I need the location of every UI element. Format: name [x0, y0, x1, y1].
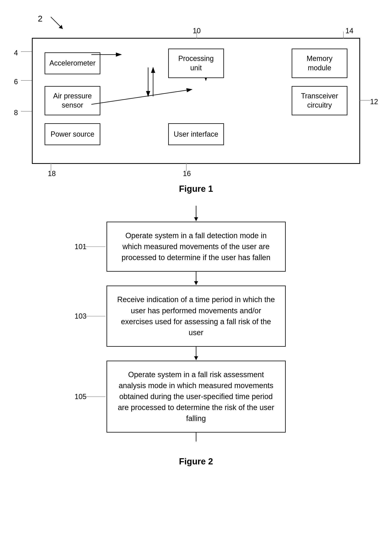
svg-marker-25 [194, 356, 198, 360]
air-pressure-sensor-box: Air pressure sensor [45, 86, 100, 115]
ref-8-line [21, 111, 33, 112]
figure1-caption: Figure 1 [16, 184, 376, 194]
user-interface-box: User interface [168, 123, 224, 145]
ref-18-label: 18 [48, 170, 56, 178]
svg-marker-22 [194, 281, 198, 285]
page: 2 4 6 8 [0, 0, 392, 478]
figure1-section: 2 4 6 8 [16, 12, 376, 194]
fig2-box-103-wrap: 103 Receive indication of a time period … [106, 286, 286, 346]
ref-101-line [83, 246, 106, 247]
ref-14-line [339, 32, 349, 40]
ref-4-line [21, 51, 33, 52]
fig2-box-105-wrap: 105 Operate system in a fall risk assess… [106, 361, 286, 433]
ref-18-line [51, 163, 51, 172]
memory-module-box: Memory module [292, 49, 347, 78]
processing-unit-box: Processing unit [168, 49, 224, 78]
accelerometer-box: Accelerometer [45, 52, 100, 74]
ref-16-line [186, 163, 187, 172]
fig2-arrow-1 [191, 272, 201, 286]
ref-105-line [83, 396, 106, 397]
fig2-box-101-wrap: 101 Operate system in a fall detection m… [106, 222, 286, 272]
ref-12-line [359, 100, 371, 101]
ref-6-line [21, 80, 33, 81]
ref-16-label: 16 [183, 170, 191, 178]
svg-marker-19 [194, 217, 198, 221]
ref-8-label: 8 [14, 108, 18, 117]
ref-6-label: 6 [14, 78, 18, 86]
fig2-box-101: Operate system in a fall detection mode … [106, 222, 286, 272]
ref-4-label: 4 [14, 49, 18, 57]
fig2-container: 101 Operate system in a fall detection m… [16, 206, 376, 446]
power-source-box: Power source [45, 123, 100, 145]
fig2-top-arrow [191, 206, 201, 222]
ref-10-line [193, 32, 203, 40]
ref-2-label: 2 [38, 14, 42, 24]
ref-2-arrow [47, 13, 67, 33]
fig2-arrow-2 [191, 347, 201, 361]
ref-103-line [83, 316, 106, 316]
transceiver-circuitry-box: Transceiver circuitry [292, 86, 347, 115]
figure2-caption: Figure 2 [16, 456, 376, 466]
figure2-section: 101 Operate system in a fall detection m… [16, 206, 376, 466]
fig2-bottom-line [191, 433, 201, 442]
ref-12-label: 12 [370, 98, 378, 106]
fig2-box-105: Operate system in a fall risk assessment… [106, 361, 286, 433]
fig2-box-103: Receive indication of a time period in w… [106, 286, 286, 346]
